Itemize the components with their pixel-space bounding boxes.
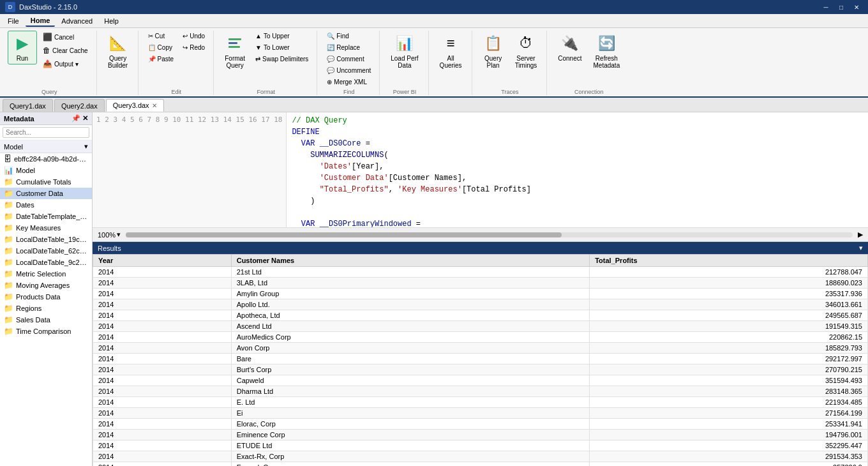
query-small-buttons: ⬛ Cancel 🗑 Clear Cache 📤 Output ▾ [40, 31, 91, 70]
table-cell: 2014 [93, 278, 232, 289]
undo-button[interactable]: ↩ Undo [179, 31, 208, 41]
scroll-right-icon[interactable]: ▶ [858, 230, 863, 239]
sidebar-item-localdate-19c[interactable]: 📁LocalDateTable_19cdc2e1-... [0, 234, 92, 245]
tab-query3-label: Query3.dax [113, 101, 149, 109]
output-label: Output [54, 61, 73, 68]
tree-item-label: Model [16, 167, 35, 174]
run-label: Run [17, 55, 28, 62]
tree-item-label: Sales Data [16, 316, 50, 324]
table-cell: 2014 [93, 451, 232, 462]
server-timings-icon: ⏱ [516, 33, 536, 54]
close-button[interactable]: ✕ [850, 2, 863, 12]
zoom-dropdown-icon[interactable]: ▾ [117, 230, 121, 239]
paste-label: Paste [158, 56, 174, 63]
query-plan-button[interactable]: 📋 QueryPlan [479, 31, 508, 71]
menu-help[interactable]: Help [99, 16, 124, 26]
merge-xml-button[interactable]: ⊕ Merge XML [324, 77, 374, 87]
sidebar-item-localdate-9c2[interactable]: 📁LocalDateTable_9c27bc4b-... [0, 257, 92, 268]
query-builder-button[interactable]: 📐 QueryBuilder [103, 31, 133, 71]
server-timings-button[interactable]: ⏱ ServerTimings [511, 31, 542, 71]
replace-icon: 🔄 [327, 44, 334, 51]
minimize-button[interactable]: ─ [819, 2, 832, 12]
editor-content[interactable]: 1 2 3 4 5 6 7 8 9 10 11 12 13 14 15 16 1… [93, 112, 868, 227]
uncomment-button[interactable]: 💬 Uncomment [324, 65, 374, 76]
sidebar-item-sales-data[interactable]: 📁Sales Data [0, 314, 92, 326]
results-collapse-icon[interactable]: ▾ [859, 244, 863, 252]
sidebar-item-customer-data[interactable]: 📁Customer Data [0, 188, 92, 199]
tab-query2[interactable]: Query2.dax [54, 99, 105, 112]
sidebar-item-regions[interactable]: 📁Regions [0, 303, 92, 314]
connect-icon: 🔌 [560, 33, 580, 54]
code-area[interactable]: // DAX Query DEFINE VAR __DS0Core = SUMM… [287, 112, 868, 227]
replace-button[interactable]: 🔄 Replace [324, 42, 374, 53]
tab-query1[interactable]: Query1.dax [3, 99, 53, 112]
sidebar-item-key-measures[interactable]: 📁Key Measures [0, 222, 92, 234]
to-upper-button[interactable]: ▲ To Upper [252, 31, 311, 41]
connect-button[interactable]: 🔌 Connect [553, 31, 586, 64]
query-plan-icon: 📋 [483, 33, 504, 54]
maximize-button[interactable]: □ [835, 2, 848, 12]
format-query-button[interactable]: FormatQuery [220, 31, 250, 71]
run-button[interactable]: ▶ Run [8, 31, 37, 64]
sidebar-close-icon[interactable]: ✕ [82, 114, 88, 123]
menu-file[interactable]: File [3, 16, 24, 26]
sidebar-search-input[interactable] [3, 127, 89, 138]
redo-button[interactable]: ↪ Redo [179, 42, 208, 53]
sidebar-item-datetable-template[interactable]: 📁DateTableTemplate_d095fb... [0, 211, 92, 222]
sidebar-model[interactable]: Model ▾ [0, 140, 92, 153]
swap-delimiters-button[interactable]: ⇄ Swap Delimiters [252, 54, 311, 64]
sidebar-item-time-comparison[interactable]: 📁Time Comparison [0, 326, 92, 337]
undo-icon: ↩ [183, 33, 188, 40]
tree-item-icon: 📁 [4, 212, 13, 221]
sidebar-item-dates[interactable]: 📁Dates [0, 199, 92, 211]
table-cell: 283148.365 [590, 386, 868, 397]
find-icon: 🔍 [327, 33, 334, 40]
table-row: 2014AuroMedics Corp220862.15 [93, 332, 868, 343]
results-table-wrapper[interactable]: YearCustomer NamesTotal_Profits 201421st… [93, 254, 868, 466]
results-column-header: Customer Names [231, 255, 589, 267]
paste-button[interactable]: 📌 Paste [145, 54, 177, 64]
sidebar-item-metric-selection[interactable]: 📁Metric Selection [0, 268, 92, 280]
refresh-metadata-button[interactable]: 🔄 RefreshMetadata [589, 31, 625, 71]
table-cell: Exact-Rx, Corp [231, 451, 589, 462]
menu-advanced[interactable]: Advanced [56, 16, 98, 26]
tree-item-icon: 📁 [4, 327, 13, 336]
table-cell: 2014 [93, 419, 232, 430]
copy-button[interactable]: 📋 Copy [145, 42, 177, 53]
sidebar-pin-icon[interactable]: 📌 [71, 114, 80, 123]
svg-rect-0 [228, 38, 241, 40]
sidebar-item-products-data[interactable]: 📁Products Data [0, 291, 92, 303]
sidebar-item-model[interactable]: 📊Model [0, 165, 92, 176]
cancel-button[interactable]: ⬛ Cancel [40, 31, 91, 43]
sidebar-item-localdate-62c[interactable]: 📁LocalDateTable_62cef255-c... [0, 245, 92, 257]
load-perf-data-button[interactable]: 📊 Load PerfData [386, 31, 423, 71]
sidebar-item-ebffc284[interactable]: 🗄ebffc284-a09b-4b2d-a1b8-... [0, 153, 92, 165]
menu-home[interactable]: Home [26, 15, 56, 27]
table-row: 2014Elorac, Corp253341.941 [93, 419, 868, 430]
cut-button[interactable]: ✂ Cut [145, 31, 177, 41]
menu-bar: File Home Advanced Help [0, 14, 868, 28]
clear-cache-button[interactable]: 🗑 Clear Cache [40, 44, 91, 57]
table-cell: 253341.941 [590, 419, 868, 430]
h-scrollbar[interactable] [126, 232, 853, 237]
to-lower-button[interactable]: ▼ To Lower [252, 42, 311, 53]
sidebar-item-cumulative-totals[interactable]: 📁Cumulative Totals [0, 176, 92, 188]
table-cell: Apollo Ltd. [231, 299, 589, 310]
title-bar-left: D DaxStudio - 2.15.0 [5, 2, 77, 12]
table-row: 20143LAB, Ltd188690.023 [93, 278, 868, 289]
find-button[interactable]: 🔍 Find [324, 31, 374, 41]
sidebar-item-moving-averages[interactable]: 📁Moving Averages [0, 280, 92, 291]
all-queries-button[interactable]: ≡ AllQueries [435, 31, 467, 71]
tab-query3-close[interactable]: ✕ [152, 102, 157, 109]
tab-query3[interactable]: Query3.dax ✕ [106, 99, 164, 112]
uncomment-icon: 💬 [327, 67, 334, 74]
table-cell: 3LAB, Ltd [231, 278, 589, 289]
table-cell: 2014 [93, 386, 232, 397]
app-title: DaxStudio - 2.15.0 [19, 3, 77, 11]
traces-group-label: Traces [479, 87, 542, 95]
comment-button[interactable]: 💬 Comment [324, 54, 374, 64]
title-bar-controls[interactable]: ─ □ ✕ [819, 2, 863, 12]
ribbon-group-connection: 🔌 Connect 🔄 RefreshMetadata Connection [548, 31, 629, 95]
output-button[interactable]: 📤 Output ▾ [40, 57, 91, 70]
find-label: Find [336, 33, 348, 40]
